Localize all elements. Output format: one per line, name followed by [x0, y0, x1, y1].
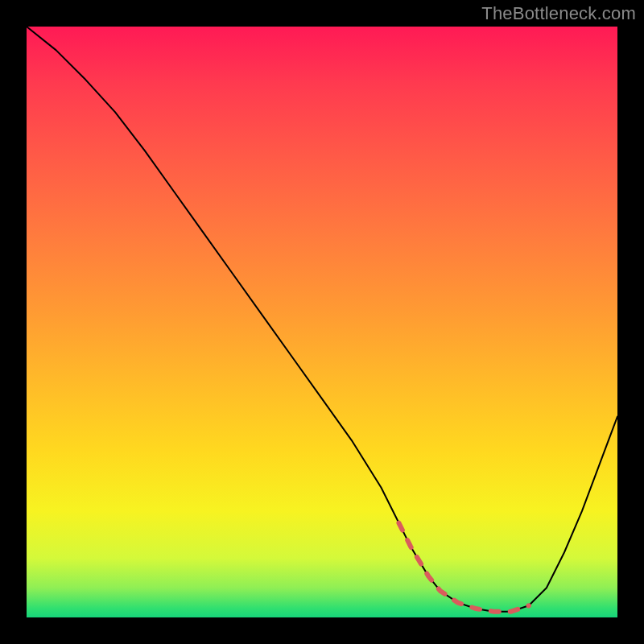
watermark-text: TheBottleneck.com	[481, 3, 636, 24]
chart-svg	[27, 27, 617, 617]
gradient-rect	[27, 27, 617, 617]
chart-frame: TheBottleneck.com	[0, 0, 644, 644]
plot-area	[27, 27, 617, 617]
